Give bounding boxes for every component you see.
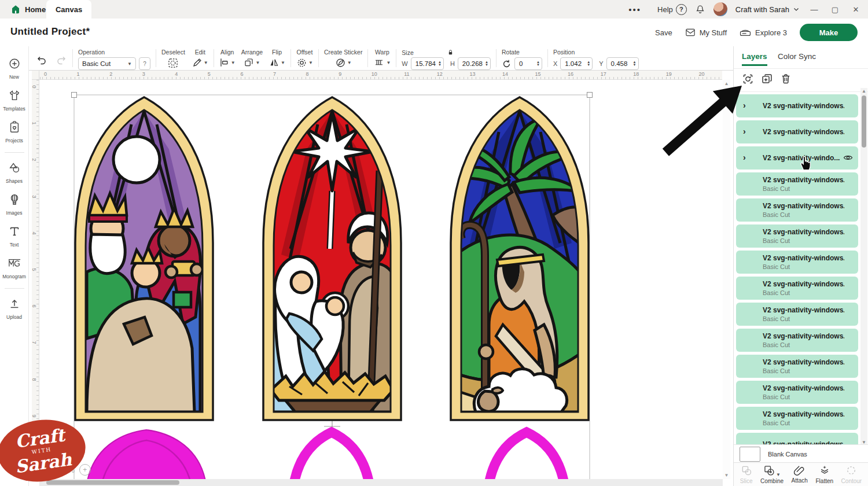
layer-group-row[interactable]: ›V2 svg-nativity-windows... <box>736 120 858 143</box>
undo-button[interactable] <box>36 54 47 65</box>
layer-group-row[interactable]: ›V2 svg-nativity-windows... <box>736 94 858 117</box>
duplicate-icon[interactable] <box>761 73 773 87</box>
flatten-button[interactable]: Flatten <box>815 465 833 484</box>
deselect-button[interactable] <box>167 57 179 69</box>
more-menu-icon[interactable]: ••• <box>628 5 641 14</box>
operation-label: Operation <box>78 49 150 56</box>
stepper-arrows-icon[interactable]: ▲▼ <box>633 61 637 67</box>
projects-icon <box>8 121 21 136</box>
flip-button[interactable]: ▼ <box>269 57 285 68</box>
y-axis-label: Y <box>599 60 603 67</box>
maximize-button[interactable]: ▢ <box>829 5 841 14</box>
tab-home[interactable]: Home <box>6 0 50 19</box>
layer-row[interactable]: V2 svg-nativity-windows...Basic Cut <box>736 407 858 430</box>
layer-row[interactable]: V2 svg-nativity-windows...Basic Cut <box>736 355 858 378</box>
visibility-eye-icon[interactable] <box>843 153 853 164</box>
warp-button[interactable]: ▼ <box>373 57 391 68</box>
layer-row[interactable]: V2 svg-nativity-windows...Basic Cut <box>736 251 858 274</box>
tab-color-sync[interactable]: Color Sync <box>778 52 816 61</box>
layer-row[interactable]: V2 svg-nativity-windows...Basic Cut <box>736 277 858 300</box>
minimize-button[interactable]: — <box>808 5 821 14</box>
magenta-arch-filled[interactable] <box>87 430 206 479</box>
scrollbar-thumb[interactable] <box>862 95 866 148</box>
expand-chevron-icon[interactable]: › <box>743 101 746 110</box>
canvas-artwork[interactable] <box>39 80 722 479</box>
layer-row[interactable]: V2 svg-nativity-windows...Basic Cut <box>736 303 858 326</box>
sidebar-item-templates[interactable]: Templates <box>0 85 29 116</box>
layer-row[interactable]: V2 svg-nativity-windows <box>736 433 858 444</box>
combine-button[interactable]: ▼Combine <box>760 465 784 484</box>
tab-canvas[interactable]: Canvas <box>46 0 91 19</box>
attach-button[interactable]: Attach <box>792 465 808 484</box>
operation-help-button[interactable]: ? <box>139 57 150 70</box>
tab-layers[interactable]: Layers <box>742 52 767 61</box>
blank-canvas-row[interactable]: Blank Canvas <box>734 444 868 463</box>
notifications-bell-icon[interactable] <box>695 4 705 14</box>
x-axis-label: X <box>553 60 557 67</box>
sidebar-item-new[interactable]: New <box>0 53 29 84</box>
avatar[interactable] <box>713 2 727 16</box>
edit-button[interactable]: ▼ <box>192 57 208 68</box>
layer-row[interactable]: V2 svg-nativity-windows...Basic Cut <box>736 329 858 352</box>
layer-row[interactable]: V2 svg-nativity-windows...Basic Cut <box>736 224 858 248</box>
select-all-icon[interactable] <box>742 73 754 87</box>
layer-group-row[interactable]: ›V2 svg-nativity-windo... <box>736 146 858 170</box>
stained-glass-window-magi[interactable] <box>75 97 213 420</box>
expand-chevron-icon[interactable]: › <box>743 153 746 162</box>
canvas-horizontal-scrollbar[interactable] <box>39 479 723 486</box>
offset-button[interactable]: ▼ <box>296 57 313 68</box>
explore-machine-button[interactable]: Explore 3 <box>740 28 787 37</box>
sidebar-item-monogram[interactable]: Monogram <box>0 253 29 284</box>
chevron-down-icon: ▼ <box>127 61 132 67</box>
stepper-arrows-icon[interactable]: ▲▼ <box>587 61 590 67</box>
position-x-input[interactable]: 1.042 ▲▼ <box>560 57 593 70</box>
lock-aspect-icon[interactable] <box>447 49 454 56</box>
contour-button: Contour <box>841 465 862 484</box>
rotate-input[interactable]: 0 ▲▼ <box>514 57 542 70</box>
redo-button[interactable] <box>56 54 67 65</box>
height-input[interactable]: 20.268 ▲▼ <box>458 57 491 70</box>
selection-handle-top-right[interactable] <box>587 93 593 98</box>
zoom-in-icon[interactable]: + <box>79 464 91 476</box>
stepper-arrows-icon[interactable]: ▲▼ <box>485 61 488 67</box>
close-button[interactable]: ✕ <box>849 5 862 14</box>
operation-select[interactable]: Basic Cut ▼ <box>78 57 136 70</box>
sidebar-item-projects[interactable]: Projects <box>0 117 29 148</box>
selection-handle-top-left[interactable] <box>72 93 77 98</box>
account-menu[interactable]: Craft with Sarah <box>735 5 800 14</box>
position-y-input[interactable]: 0.458 ▲▼ <box>606 57 639 70</box>
align-label: Align <box>220 49 234 56</box>
canvas-vertical-scrollbar[interactable]: ▲▼ <box>723 80 730 479</box>
sidebar-item-upload[interactable]: Upload <box>0 293 29 324</box>
attach-icon <box>793 465 806 477</box>
stained-glass-window-shepherd[interactable] <box>448 97 590 420</box>
create-sticker-button[interactable]: ▼ <box>335 57 352 68</box>
save-button[interactable]: Save <box>655 28 672 37</box>
project-header: Untitled Project* Save My Stuff Explore … <box>0 19 868 46</box>
envelope-icon <box>685 28 696 37</box>
width-input[interactable]: 15.784 ▲▼ <box>411 57 444 70</box>
align-button[interactable]: ▼ <box>219 57 236 68</box>
make-button[interactable]: Make <box>800 24 858 41</box>
my-stuff-button[interactable]: My Stuff <box>685 28 727 37</box>
arrange-button[interactable]: ▼ <box>244 57 260 68</box>
delete-layer-icon[interactable] <box>780 73 792 87</box>
magenta-arch-outline-1[interactable] <box>294 432 369 479</box>
sidebar-item-text[interactable]: Text <box>0 221 29 252</box>
layer-row[interactable]: V2 svg-nativity-windows...Basic Cut <box>736 172 858 196</box>
sidebar-item-images[interactable]: Images <box>0 189 29 220</box>
layers-scrollbar[interactable]: ▲ ▼ <box>860 88 867 446</box>
canvas-color-swatch[interactable] <box>740 447 760 462</box>
help-button[interactable]: Help ? <box>657 4 687 15</box>
magenta-arch-outline-2[interactable] <box>489 432 564 479</box>
stepper-arrows-icon[interactable]: ▲▼ <box>438 61 442 67</box>
stepper-arrows-icon[interactable]: ▲▼ <box>536 61 540 67</box>
stained-glass-window-nativity[interactable] <box>263 97 402 420</box>
sidebar-item-shapes[interactable]: Shapes <box>0 157 29 188</box>
expand-chevron-icon[interactable]: › <box>743 127 746 136</box>
rotate-icon[interactable] <box>502 59 512 69</box>
layer-operation-label: Basic Cut <box>763 315 844 322</box>
scrollbar-thumb[interactable] <box>46 480 179 485</box>
layer-row[interactable]: V2 svg-nativity-windows...Basic Cut <box>736 198 858 222</box>
layer-row[interactable]: V2 svg-nativity-windows...Basic Cut <box>736 381 858 404</box>
